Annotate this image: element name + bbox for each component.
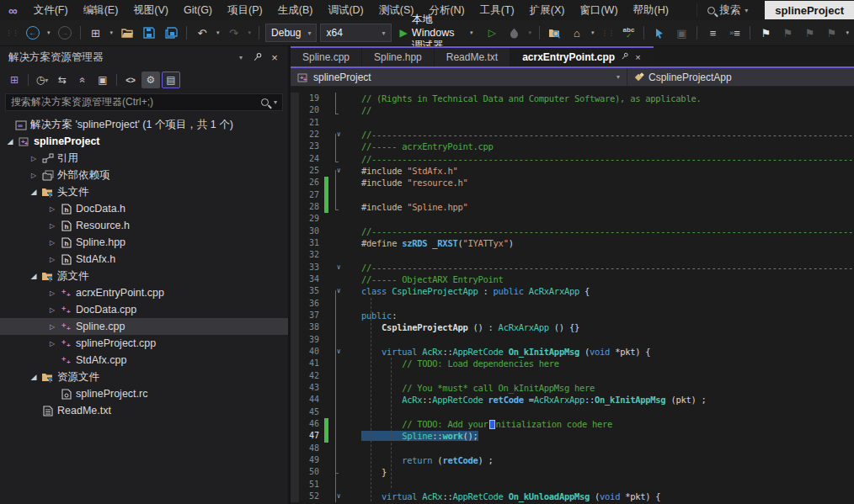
- breakpoint-margin[interactable]: [291, 262, 299, 273]
- breakpoint-margin[interactable]: [291, 346, 299, 358]
- breakpoint-margin[interactable]: [291, 334, 299, 346]
- code-line-44[interactable]: 44 AcRx::AppRetCode retCode =AcRxArxApp:…: [291, 394, 854, 406]
- previous-bookmark-button[interactable]: ⚑: [778, 24, 797, 42]
- breakpoint-margin[interactable]: [291, 93, 299, 104]
- code-line-32[interactable]: 32: [291, 249, 854, 261]
- code-line-29[interactable]: 29: [291, 213, 854, 225]
- hot-reload-button[interactable]: [504, 24, 523, 42]
- tree-item-resource.h[interactable]: ▷hResource.h: [0, 217, 288, 234]
- code-line-49[interactable]: 49 return (retCode) ;: [291, 454, 854, 466]
- fold-collapse-icon[interactable]: ∨: [331, 165, 346, 177]
- breakpoint-margin[interactable]: [291, 237, 299, 249]
- tree-item--splineproject-1-1-[interactable]: ∞解决方案 'splineProject' (1 个项目，共 1 个): [0, 116, 288, 133]
- preview-selected-items-button[interactable]: ▣: [93, 72, 112, 88]
- show-all-files-button[interactable]: ▤: [162, 72, 180, 88]
- start-without-debugging-button[interactable]: ▷: [483, 24, 501, 42]
- code-line-20[interactable]: 20//: [291, 104, 854, 116]
- code-line-26[interactable]: 26#include "resource.h": [291, 177, 854, 188]
- breakpoint-margin[interactable]: [291, 466, 299, 478]
- menu-item-5[interactable]: 项目(P): [220, 0, 270, 20]
- code-line-40[interactable]: 40∨ virtual AcRx::AppRetCode On_kInitApp…: [291, 346, 854, 358]
- breakpoint-margin[interactable]: [291, 321, 299, 333]
- start-debugging-button[interactable]: ▶ 本地 Windows 调试器 ▾: [395, 24, 480, 42]
- title-search-button[interactable]: 搜索 ▾: [697, 3, 758, 17]
- breakpoint-margin[interactable]: [291, 479, 299, 491]
- new-project-button[interactable]: ⊞: [87, 24, 105, 42]
- solution-explorer-search-box[interactable]: 搜索解决方案资源管理器(Ctrl+;) ▾: [5, 93, 283, 111]
- fold-collapse-icon[interactable]: ∨: [331, 262, 346, 273]
- close-panel-button[interactable]: ×: [266, 50, 283, 65]
- code-line-39[interactable]: 39: [291, 334, 854, 346]
- increase-indent-button[interactable]: »≡: [725, 24, 744, 42]
- bookmark-caret[interactable]: ▾: [844, 29, 851, 36]
- collapsed-arrow-icon[interactable]: ▷: [27, 155, 40, 162]
- menu-item-6[interactable]: 生成(B): [270, 0, 321, 20]
- menu-item-3[interactable]: 视图(V): [125, 0, 176, 20]
- breakpoint-margin[interactable]: [291, 249, 299, 261]
- collapsed-arrow-icon[interactable]: ▷: [45, 340, 59, 347]
- breakpoint-margin[interactable]: [291, 298, 299, 310]
- code-line-41[interactable]: 41 // TODO: Load dependencies here: [291, 358, 854, 369]
- collapsed-arrow-icon[interactable]: ▷: [45, 306, 59, 314]
- fold-collapse-icon[interactable]: ∨: [331, 129, 346, 141]
- type-dropdown[interactable]: CsplineProjectApp: [627, 72, 740, 83]
- breakpoint-margin[interactable]: [291, 141, 299, 152]
- menu-item-1[interactable]: 文件(F): [26, 0, 76, 20]
- code-line-28[interactable]: 28#include "Spline.hpp": [291, 201, 854, 213]
- window-layout-caret[interactable]: ▾: [590, 29, 596, 36]
- save-button[interactable]: [140, 24, 158, 42]
- breakpoint-margin[interactable]: [291, 104, 299, 116]
- fold-collapse-icon[interactable]: ∨: [331, 491, 346, 502]
- breakpoint-margin[interactable]: [291, 117, 299, 129]
- menu-item-13[interactable]: 帮助(H): [626, 0, 676, 20]
- breakpoint-margin[interactable]: [291, 129, 299, 141]
- tree-item--[interactable]: ▷外部依赖项: [0, 167, 288, 183]
- breakpoint-margin[interactable]: [291, 454, 299, 466]
- breakpoint-margin[interactable]: [291, 213, 299, 225]
- tree-item-readme.txt[interactable]: ReadMe.txt: [0, 402, 288, 419]
- decrease-indent-button[interactable]: ≡: [703, 24, 722, 42]
- pin-panel-button[interactable]: [249, 50, 266, 65]
- menu-item-4[interactable]: Git(G): [176, 0, 220, 20]
- code-line-19[interactable]: 19// (Rights in Technical Data and Compu…: [291, 93, 854, 104]
- expanded-arrow-icon[interactable]: ◢: [27, 272, 40, 280]
- breakpoint-margin[interactable]: [291, 285, 299, 297]
- code-line-23[interactable]: 23//----- acrxEntryPoint.cpp: [291, 141, 854, 152]
- sync-with-active-document-button[interactable]: ⇆: [53, 72, 72, 88]
- tree-item-splineproject.rc[interactable]: splineProject.rc: [0, 385, 288, 402]
- code-line-25[interactable]: 25∨#include "StdAfx.h": [291, 165, 854, 177]
- code-line-35[interactable]: 35∨class CsplineProjectApp : public AcRx…: [291, 285, 854, 297]
- tree-item-acrxentrypoint.cpp[interactable]: ▷++acrxEntryPoint.cpp: [0, 284, 288, 301]
- open-file-button[interactable]: [118, 24, 136, 42]
- editor-tab-spline.hpp[interactable]: Spline.hpp: [362, 48, 434, 66]
- code-line-21[interactable]: 21: [291, 117, 854, 129]
- code-line-43[interactable]: 43 // You *must* call On_kInitAppMsg her…: [291, 382, 854, 394]
- breakpoint-margin[interactable]: [291, 310, 299, 321]
- tree-item-splineproject.cpp[interactable]: ▷++splineProject.cpp: [0, 335, 288, 352]
- navigate-to-button[interactable]: [650, 24, 669, 42]
- fold-collapse-icon[interactable]: ∨: [331, 346, 346, 358]
- clear-bookmarks-button[interactable]: ⚑: [822, 24, 841, 42]
- breakpoint-margin[interactable]: [291, 430, 299, 442]
- menu-item-11[interactable]: 扩展(X): [522, 0, 573, 20]
- breakpoint-margin[interactable]: [291, 418, 299, 430]
- editor-tab-readme.txt[interactable]: ReadMe.txt: [435, 48, 510, 66]
- project-dropdown[interactable]: ++ splineProject ▾: [291, 68, 627, 86]
- collapsed-arrow-icon[interactable]: ▷: [27, 172, 40, 179]
- back-dropdown-caret[interactable]: ▾: [45, 29, 52, 36]
- next-bookmark-button[interactable]: ⚑: [800, 24, 819, 42]
- hot-reload-caret[interactable]: ▾: [526, 29, 533, 36]
- code-line-51[interactable]: 51: [291, 479, 854, 491]
- breakpoint-margin[interactable]: [291, 273, 299, 285]
- collapsed-arrow-icon[interactable]: ▷: [45, 256, 59, 263]
- breakpoint-margin[interactable]: [291, 394, 299, 406]
- code-line-24[interactable]: 24//------------------------------------…: [291, 153, 854, 165]
- code-line-46[interactable]: 46 // TODO: Add yournitialization code h…: [291, 418, 854, 430]
- tree-item-docdata.cpp[interactable]: ▷++DocData.cpp: [0, 301, 288, 318]
- code-line-27[interactable]: 27: [291, 189, 854, 201]
- expanded-arrow-icon[interactable]: ◢: [27, 373, 40, 381]
- breakpoint-margin[interactable]: [291, 201, 299, 213]
- copy-button[interactable]: ▣: [672, 24, 691, 42]
- collapsed-arrow-icon[interactable]: ▷: [45, 239, 59, 247]
- breakpoint-margin[interactable]: [291, 225, 299, 237]
